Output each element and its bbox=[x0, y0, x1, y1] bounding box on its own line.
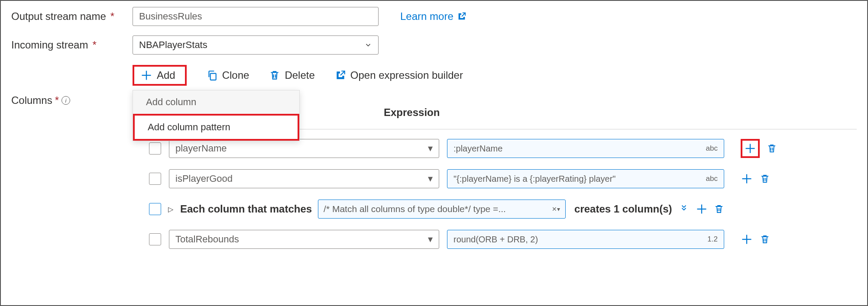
expression-type-tag: abc bbox=[706, 174, 718, 183]
columns-label-text: Columns bbox=[11, 94, 52, 106]
column-row: playerName ▾ :playerName abc bbox=[133, 139, 857, 158]
delete-row-icon[interactable] bbox=[760, 173, 770, 184]
clone-icon bbox=[207, 70, 218, 81]
trash-icon bbox=[269, 69, 280, 81]
svg-rect-2 bbox=[210, 74, 216, 80]
plus-icon bbox=[744, 142, 756, 155]
column-name-value: isPlayerGood bbox=[175, 173, 233, 184]
clone-button[interactable]: Clone bbox=[207, 69, 249, 81]
column-name-value: playerName bbox=[175, 143, 227, 154]
row-checkbox[interactable] bbox=[149, 203, 161, 215]
open-builder-icon bbox=[335, 70, 346, 81]
expression-value: "{:playerName} is a {:playerRating} play… bbox=[453, 174, 615, 184]
clone-button-label: Clone bbox=[222, 69, 249, 81]
add-row-icon[interactable] bbox=[696, 203, 708, 215]
columns-label: Columns * i bbox=[11, 92, 133, 106]
info-icon[interactable]: i bbox=[62, 96, 70, 105]
caret-down-icon: ▾ bbox=[428, 173, 433, 184]
expression-header: Expression bbox=[384, 106, 440, 119]
learn-more-text: Learn more bbox=[400, 10, 453, 23]
add-row-icon[interactable] bbox=[741, 173, 753, 185]
delete-button[interactable]: Delete bbox=[269, 69, 314, 81]
menu-add-column-pattern[interactable]: Add column pattern bbox=[133, 114, 299, 141]
required-asterisk: * bbox=[55, 94, 59, 106]
expression-value: :playerName bbox=[453, 144, 502, 154]
required-asterisk: * bbox=[110, 10, 114, 23]
pattern-match-expression[interactable]: /* Match all columns of type double*/ ty… bbox=[318, 200, 566, 219]
expression-type-tag: abc bbox=[706, 144, 718, 153]
delete-row-icon[interactable] bbox=[760, 234, 770, 245]
incoming-stream-dropdown[interactable]: NBAPlayerStats bbox=[133, 35, 379, 55]
pattern-row: ▷ Each column that matches /* Match all … bbox=[133, 200, 857, 219]
expression-value: round(ORB + DRB, 2) bbox=[453, 235, 538, 245]
menu-add-column[interactable]: Add column bbox=[133, 90, 299, 114]
required-asterisk: * bbox=[92, 39, 96, 51]
pattern-suffix-text: creates 1 column(s) bbox=[574, 203, 672, 215]
chevron-double-down-icon[interactable] bbox=[678, 203, 690, 215]
row-checkbox[interactable] bbox=[149, 233, 161, 245]
open-builder-label: Open expression builder bbox=[350, 69, 463, 81]
add-row-icon[interactable] bbox=[741, 233, 753, 245]
column-name-dropdown[interactable]: isPlayerGood ▾ bbox=[169, 169, 439, 188]
add-button[interactable]: Add bbox=[133, 65, 187, 86]
delete-button-label: Delete bbox=[285, 69, 314, 81]
incoming-stream-label: Incoming stream * bbox=[11, 39, 133, 51]
output-stream-input[interactable] bbox=[133, 7, 379, 26]
expand-triangle-icon[interactable]: ▷ bbox=[167, 205, 174, 213]
pattern-prefix-text: Each column that matches bbox=[180, 203, 312, 215]
delete-row-icon[interactable] bbox=[714, 203, 724, 215]
row-checkbox[interactable] bbox=[149, 173, 161, 185]
column-name-dropdown[interactable]: TotalRebounds ▾ bbox=[169, 230, 439, 249]
expression-input[interactable]: round(ORB + DRB, 2) 1.2 bbox=[447, 230, 724, 249]
chevron-down-icon bbox=[364, 41, 372, 49]
caret-down-icon: ▾ bbox=[428, 143, 433, 154]
add-dropdown-menu: Add column Add column pattern bbox=[133, 90, 300, 141]
column-name-dropdown[interactable]: playerName ▾ bbox=[169, 139, 439, 158]
output-stream-label: Output stream name * bbox=[11, 10, 133, 23]
incoming-stream-label-text: Incoming stream bbox=[11, 39, 88, 51]
expression-input[interactable]: :playerName abc bbox=[447, 139, 724, 158]
column-row: TotalRebounds ▾ round(ORB + DRB, 2) 1.2 bbox=[133, 230, 857, 249]
column-name-value: TotalRebounds bbox=[175, 234, 239, 245]
external-link-icon bbox=[457, 12, 466, 21]
column-row: isPlayerGood ▾ "{:playerName} is a {:pla… bbox=[133, 169, 857, 188]
pattern-match-value: /* Match all columns of type double*/ ty… bbox=[324, 204, 506, 214]
output-stream-label-text: Output stream name bbox=[11, 10, 106, 23]
plus-icon bbox=[140, 69, 152, 81]
expression-type-tag: 1.2 bbox=[707, 235, 718, 244]
add-button-label: Add bbox=[157, 69, 175, 81]
open-expression-builder-button[interactable]: Open expression builder bbox=[335, 69, 463, 81]
delete-row-icon[interactable] bbox=[767, 143, 777, 154]
incoming-stream-value: NBAPlayerStats bbox=[139, 39, 207, 51]
row-checkbox[interactable] bbox=[149, 142, 161, 155]
expression-input[interactable]: "{:playerName} is a {:playerRating} play… bbox=[447, 169, 724, 188]
add-row-button-highlighted[interactable] bbox=[741, 139, 760, 158]
learn-more-link[interactable]: Learn more bbox=[400, 10, 466, 23]
clear-icon[interactable]: ✕▾ bbox=[552, 206, 560, 213]
caret-down-icon: ▾ bbox=[428, 234, 433, 245]
